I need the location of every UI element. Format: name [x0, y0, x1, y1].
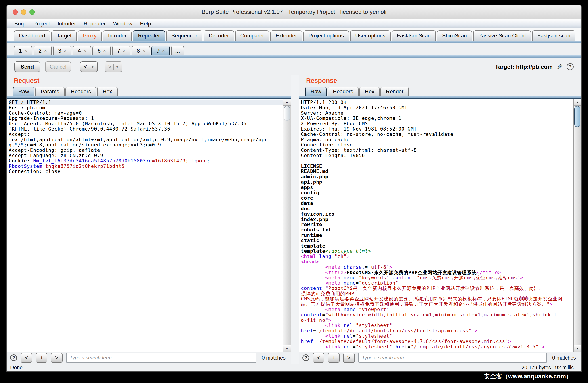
- menu-window[interactable]: Window: [113, 20, 132, 27]
- scroll-down-icon[interactable]: ▼: [574, 345, 581, 351]
- split-pane-divider[interactable]: [291, 76, 299, 364]
- code-line: HTTP/1.1 200 OK: [301, 100, 573, 105]
- zoom-window-button[interactable]: [29, 9, 35, 15]
- search-help-icon[interactable]: ?: [10, 354, 17, 361]
- response-scroll-thumb[interactable]: [574, 106, 580, 127]
- edit-target-pencil-icon[interactable]: ✎: [557, 63, 563, 71]
- tab-fastjsonscan[interactable]: FastJsonScan: [392, 30, 436, 41]
- code-line: content="width=device-width,initial-scal…: [301, 312, 573, 318]
- close-tab-icon[interactable]: ×: [162, 48, 165, 53]
- search-prev-button[interactable]: <: [21, 353, 32, 363]
- title-bar: Burp Suite Professional v2.1.07 - Tempor…: [7, 5, 581, 19]
- menu-burp[interactable]: Burp: [14, 20, 26, 27]
- code-line: X-UA-Compatible: IE=edge,chrome=1: [301, 116, 573, 121]
- request-tab-headers[interactable]: Headers: [65, 87, 97, 96]
- repeater-tab-3[interactable]: 3×: [53, 46, 71, 55]
- code-line: template<!doctype html>: [301, 249, 573, 254]
- menu-project[interactable]: Project: [33, 20, 50, 27]
- help-icon[interactable]: ?: [567, 63, 574, 70]
- search-prev-button[interactable]: <: [313, 353, 324, 363]
- cancel-button[interactable]: Cancel: [45, 61, 71, 72]
- code-line: GET / HTTP/1.1: [9, 100, 283, 105]
- tab-decoder[interactable]: Decoder: [204, 30, 234, 41]
- dropdown-arrow-icon[interactable]: ▼: [91, 65, 94, 69]
- menu-intruder[interactable]: Intruder: [57, 20, 76, 27]
- tab-intruder[interactable]: Intruder: [103, 30, 132, 41]
- repeater-tab-1[interactable]: 1×: [14, 46, 32, 55]
- close-tab-icon[interactable]: ×: [143, 48, 145, 53]
- search-help-icon[interactable]: ?: [302, 354, 309, 361]
- code-line: Cookie: Hm_lvt_f6f37dc3416ca514857b78d0b…: [9, 158, 283, 164]
- repeater-tab-...[interactable]: ...: [171, 46, 184, 55]
- code-line: (KHTML, like Gecko) Chrome/90.0.4430.72 …: [9, 127, 283, 132]
- tab-shiroscan[interactable]: ShiroScan: [437, 30, 472, 41]
- request-search-input[interactable]: [66, 353, 256, 363]
- repeater-tab-label: 2: [39, 48, 42, 54]
- response-search-input[interactable]: [358, 353, 547, 363]
- search-add-button[interactable]: +: [328, 353, 339, 363]
- prev-response-button[interactable]: < ▼: [80, 61, 98, 72]
- close-tab-icon[interactable]: ×: [123, 48, 126, 53]
- tab-dashboard[interactable]: Dashboard: [14, 30, 50, 41]
- code-line: Cache-Control: no-store, no-cache, must-…: [301, 132, 573, 137]
- minimize-window-button[interactable]: [21, 9, 26, 15]
- repeater-tab-label: 9: [156, 48, 160, 54]
- repeater-tab-6[interactable]: 6×: [92, 46, 111, 55]
- send-button[interactable]: Send: [14, 61, 40, 72]
- menu-repeater[interactable]: Repeater: [84, 20, 106, 27]
- tab-proxy[interactable]: Proxy: [78, 30, 102, 41]
- repeater-tab-label: 7: [117, 48, 120, 54]
- menu-help[interactable]: Help: [140, 20, 151, 27]
- code-line: static: [301, 238, 573, 244]
- code-line: User-Agent: Mozilla/5.0 (Macintosh; Inte…: [9, 121, 283, 127]
- tab-sequencer[interactable]: Sequencer: [166, 30, 202, 41]
- code-line: Accept:: [9, 132, 283, 137]
- response-tab-render[interactable]: Render: [380, 87, 409, 96]
- request-tab-raw[interactable]: Raw: [13, 87, 34, 96]
- response-tab-strip: [299, 96, 581, 99]
- repeater-tab-7[interactable]: 7×: [112, 46, 130, 55]
- response-tab-raw[interactable]: Raw: [305, 87, 327, 96]
- search-next-button[interactable]: >: [51, 353, 63, 363]
- repeater-tab-4[interactable]: 4×: [73, 46, 91, 55]
- code-line: apps: [301, 185, 573, 190]
- close-tab-icon[interactable]: ×: [103, 48, 106, 53]
- request-tab-params[interactable]: Params: [35, 87, 64, 96]
- dropdown-arrow-icon[interactable]: ▼: [116, 65, 119, 69]
- next-response-button[interactable]: > ▼: [105, 61, 123, 72]
- close-window-button[interactable]: [13, 9, 18, 15]
- repeater-tab-8[interactable]: 8×: [132, 46, 150, 55]
- response-scrollbar[interactable]: ▲ ▼: [573, 99, 581, 351]
- response-tab-headers[interactable]: Headers: [328, 87, 358, 96]
- code-line: <meta charset="utf-8">: [301, 265, 573, 270]
- request-tab-hex[interactable]: Hex: [97, 87, 118, 96]
- scroll-down-icon[interactable]: ▼: [283, 345, 291, 351]
- close-tab-icon[interactable]: ×: [84, 48, 86, 53]
- request-scroll-thumb[interactable]: [284, 106, 290, 121]
- status-bar: Done 20,179 bytes | 92 millis: [7, 364, 581, 371]
- close-tab-icon[interactable]: ×: [24, 48, 27, 53]
- response-editor[interactable]: HTTP/1.1 200 OKDate: Mon, 19 Apr 2021 17…: [299, 99, 573, 351]
- close-tab-icon[interactable]: ×: [44, 48, 47, 53]
- repeater-tab-label: 4: [78, 48, 81, 54]
- search-add-button[interactable]: +: [36, 353, 47, 363]
- request-editor[interactable]: GET / HTTP/1.1Host: pb.comCache-Control:…: [7, 99, 283, 351]
- tab-comparer[interactable]: Comparer: [235, 30, 270, 41]
- repeater-tab-2[interactable]: 2×: [34, 46, 52, 55]
- tab-passive-scan-client[interactable]: Passive Scan Client: [473, 30, 531, 41]
- scroll-up-icon[interactable]: ▲: [574, 99, 581, 106]
- request-scrollbar[interactable]: ▲ ▼: [283, 99, 291, 351]
- tab-extender[interactable]: Extender: [270, 30, 302, 41]
- response-metrics: 20,179 bytes | 92 millis: [522, 365, 574, 371]
- repeater-tab-9[interactable]: 9×: [151, 46, 170, 55]
- code-line: text/html,application/xhtml+xml,applicat…: [9, 137, 283, 143]
- tab-user-options[interactable]: User options: [350, 30, 391, 41]
- tab-fastjson-scan[interactable]: Fastjson scan: [532, 30, 575, 41]
- response-tab-hex[interactable]: Hex: [359, 87, 380, 96]
- scroll-up-icon[interactable]: ▲: [283, 99, 291, 106]
- close-tab-icon[interactable]: ×: [64, 48, 66, 53]
- search-next-button[interactable]: >: [343, 353, 355, 363]
- tab-repeater[interactable]: Repeater: [133, 30, 165, 41]
- tab-target[interactable]: Target: [51, 30, 77, 41]
- tab-project-options[interactable]: Project options: [303, 30, 349, 41]
